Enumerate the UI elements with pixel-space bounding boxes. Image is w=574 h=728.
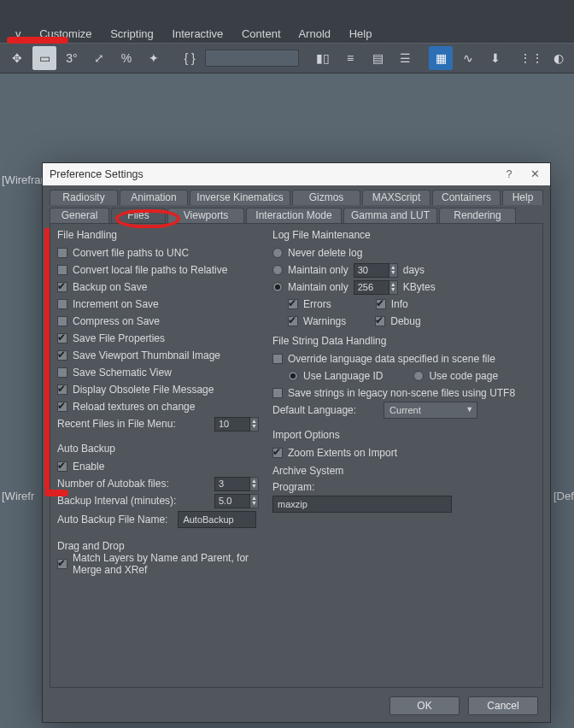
chk-increment-on-save[interactable] <box>57 299 67 309</box>
menu-item-arnold[interactable]: Arnold <box>298 27 331 40</box>
chk-match-layers[interactable] <box>57 559 67 569</box>
label: Save Viewport Thumbnail Image <box>73 349 220 361</box>
label: Info <box>391 298 408 310</box>
chk-debug[interactable] <box>375 316 385 326</box>
named-selection-dropdown[interactable] <box>205 50 299 67</box>
chk-info[interactable] <box>376 299 386 309</box>
help-button[interactable]: ? <box>499 163 519 185</box>
menu-item-customize[interactable]: Customize <box>39 27 91 40</box>
label: Recent Files in File Menu: <box>57 418 176 430</box>
ribbon-icon[interactable]: ▦ <box>429 46 453 70</box>
dialog-titlebar: Preference Settings ? ✕ <box>43 163 550 185</box>
tab-containers[interactable]: Containers <box>432 190 501 205</box>
chk-override-lang[interactable] <box>272 354 283 364</box>
cancel-button[interactable]: Cancel <box>468 696 538 715</box>
label: Save Schematic View <box>73 367 172 379</box>
chk-save-file-properties[interactable] <box>57 333 67 343</box>
rad-never-delete[interactable] <box>272 248 283 258</box>
autobak-count-spinner[interactable] <box>214 477 250 491</box>
tab-interaction-mode[interactable]: Interaction Mode <box>246 208 342 223</box>
chk-convert-relative[interactable] <box>57 265 67 275</box>
named-selection-icon[interactable]: { } <box>178 46 202 70</box>
rad-use-codepage[interactable] <box>413 371 424 381</box>
recent-files-spinner[interactable] <box>214 417 250 432</box>
rad-maintain-kbytes[interactable] <box>272 282 283 292</box>
label: Save strings in legacy non-scene files u… <box>288 387 515 399</box>
files-panel: File Handling Convert file paths to UNC … <box>50 223 543 688</box>
tab-rendering[interactable]: Rendering <box>439 208 516 223</box>
angle-snap-icon[interactable]: 3° <box>60 46 84 70</box>
viewport-label: [Wirefr <box>2 490 34 502</box>
tab-viewports[interactable]: Viewports <box>167 208 244 223</box>
label: Auto Backup File Name: <box>57 514 167 525</box>
tab-animation[interactable]: Animation <box>120 190 188 205</box>
chk-autobackup-enable[interactable] <box>57 461 67 472</box>
default-language-select[interactable]: Current <box>384 402 477 419</box>
label: Compress on Save <box>73 315 160 327</box>
spinner-arrows-icon[interactable]: ▲▼ <box>390 280 398 295</box>
tab-maxscript[interactable]: MAXScript <box>362 190 430 205</box>
autobackup-name-input[interactable] <box>178 511 256 528</box>
ok-button[interactable]: OK <box>390 696 460 715</box>
percent-snap-icon[interactable]: % <box>114 46 138 70</box>
tab-radiosity[interactable]: Radiosity <box>50 190 118 205</box>
close-button[interactable]: ✕ <box>524 163 545 185</box>
dialog-title: Preference Settings <box>50 168 144 180</box>
chk-zoom-extents[interactable] <box>272 448 283 458</box>
group-auto-backup: Auto Backup <box>57 443 259 455</box>
label: Use code page <box>429 370 498 382</box>
spinner-arrows-icon[interactable]: ▲▼ <box>250 494 259 508</box>
schematic-icon[interactable]: ⋮⋮ <box>519 46 543 70</box>
backup-interval-spinner[interactable] <box>214 494 250 508</box>
chk-warnings[interactable] <box>288 316 298 326</box>
menu-item-help[interactable]: Help <box>349 27 372 40</box>
chk-backup-on-save[interactable] <box>57 282 67 292</box>
preference-settings-dialog: Preference Settings ? ✕ Radiosity Animat… <box>42 162 551 723</box>
layers-icon[interactable]: ☰ <box>393 46 417 70</box>
rad-maintain-days[interactable] <box>272 265 283 275</box>
tab-gizmos[interactable]: Gizmos <box>292 190 360 205</box>
spinner-snap-icon[interactable]: ✦ <box>142 46 166 70</box>
snap-icon[interactable]: ⤢ <box>87 46 111 70</box>
tab-inverse-kinematics[interactable]: Inverse Kinematics <box>190 190 290 205</box>
mirror-icon[interactable]: ▮▯ <box>311 46 335 70</box>
chk-obsolete-msg[interactable] <box>57 385 67 395</box>
align-icon[interactable]: ≡ <box>338 46 362 70</box>
chk-convert-unc[interactable] <box>57 248 67 258</box>
tool-icon[interactable]: ▭ <box>32 46 56 70</box>
menu-item-scripting[interactable]: Scripting <box>110 27 154 40</box>
rad-use-langid[interactable] <box>288 371 298 381</box>
curve-editor-icon[interactable]: ∿ <box>456 46 480 70</box>
label: Save File Properties <box>73 332 165 344</box>
chk-errors[interactable] <box>288 299 298 309</box>
chk-utf8[interactable] <box>272 388 283 398</box>
label: Program: <box>272 481 314 493</box>
chk-reload-textures[interactable] <box>57 402 67 412</box>
maintain-kb-spinner[interactable] <box>354 280 390 295</box>
group-log-maintenance: Log File Maintenance <box>272 229 536 241</box>
label: Backup on Save <box>73 281 147 293</box>
tab-general[interactable]: General <box>50 208 109 223</box>
layer-panel-icon[interactable]: ▤ <box>366 46 390 70</box>
label: Backup Interval (minutes): <box>57 495 176 507</box>
tab-help[interactable]: Help <box>502 190 543 205</box>
main-toolbar: ✥ ▭ 3° ⤢ % ✦ { } ▮▯ ≡ ▤ ☰ ▦ ∿ ⬇ ⋮⋮ ◐ <box>0 43 574 73</box>
chk-compress-on-save[interactable] <box>57 316 67 326</box>
chk-save-thumbnail[interactable] <box>57 350 67 361</box>
menu-item[interactable]: v <box>15 27 21 40</box>
viewport-label: [Def <box>554 490 574 502</box>
tab-files[interactable]: Files <box>111 208 166 223</box>
menu-item-content[interactable]: Content <box>242 27 281 40</box>
menu-item-interactive[interactable]: Interactive <box>172 27 223 40</box>
label: Convert local file paths to Relative <box>73 264 227 276</box>
label: Warnings <box>303 315 346 327</box>
chk-save-schematic[interactable] <box>57 367 67 378</box>
move-tool-icon[interactable]: ✥ <box>5 46 29 70</box>
archive-program-input[interactable] <box>272 496 452 513</box>
material-editor-icon[interactable]: ◐ <box>547 46 571 70</box>
group-import-options: Import Options <box>272 429 536 441</box>
spinner-arrows-icon[interactable]: ▲▼ <box>250 477 259 491</box>
tab-gamma-lut[interactable]: Gamma and LUT <box>343 208 437 223</box>
download-icon[interactable]: ⬇ <box>483 46 507 70</box>
spinner-arrows-icon[interactable]: ▲▼ <box>250 417 259 432</box>
